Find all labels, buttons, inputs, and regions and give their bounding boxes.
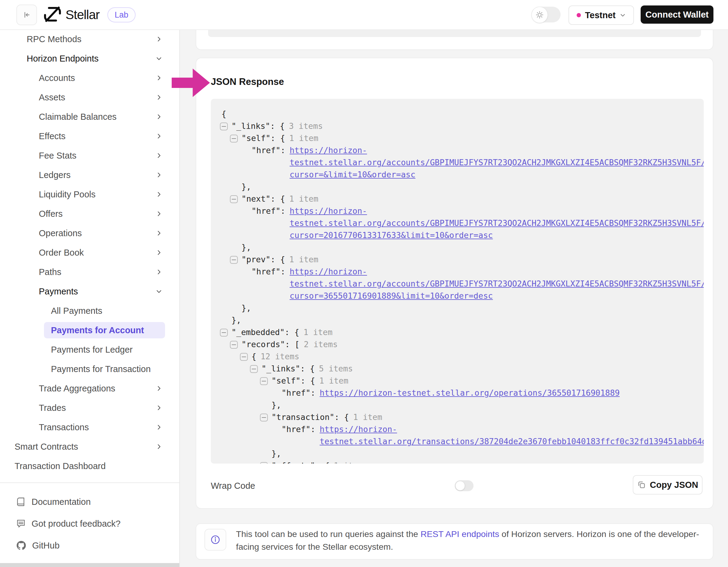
collapse-node-icon[interactable] [260,462,268,464]
sidebar-divider [0,482,179,483]
chevron-right-icon [156,94,162,101]
json-code-viewer[interactable]: {"_links": {3 items"self": {1 item"href"… [211,99,704,464]
sidebar-item-offers[interactable]: Offers [0,204,179,224]
json-href-link[interactable]: https://horizon- testnet.stellar.org/acc… [290,266,704,302]
sidebar-item-transactions[interactable]: Transactions [0,417,179,437]
chevron-right-icon [156,385,162,392]
sidebar-item-rpc-methods[interactable]: RPC Methods [0,29,179,49]
sidebar-item-paths[interactable]: Paths [0,262,179,282]
json-code-line: "_links": {3 items [211,120,704,132]
collapse-node-icon[interactable] [260,413,268,421]
chevron-right-icon [156,443,162,450]
json-punctuation: }, [241,302,251,314]
json-href-link[interactable]: https://horizon-testnet.stellar.org/oper… [320,387,620,399]
network-status-dot [577,13,581,17]
sidebar-item-smart-contracts[interactable]: Smart Contracts [0,437,179,456]
json-code-line: "transaction": {1 item [211,411,704,423]
collapse-node-icon[interactable] [220,123,228,130]
collapse-node-icon[interactable] [230,135,238,143]
json-punctuation: : { [300,363,315,375]
json-response-card: JSON Response {"_links": {3 items"self":… [196,58,713,509]
json-punctuation: : { [271,132,285,144]
rest-api-endpoints-link[interactable]: REST API endpoints [420,529,499,539]
collapse-node-icon[interactable] [230,341,238,349]
collapse-node-icon[interactable] [240,353,248,361]
sidebar-item-label: Claimable Balances [39,112,116,122]
sidebar-item-assets[interactable]: Assets [0,88,179,107]
connect-wallet-button[interactable]: Connect Wallet [641,5,713,24]
sidebar-item-label: Ledgers [39,170,71,180]
chevron-down-icon [620,12,626,18]
json-punctuation: : [281,266,285,278]
json-key: "_embedded" [231,326,285,338]
sidebar-item-label: Offers [39,209,62,219]
json-item-count: 1 item [289,254,319,266]
sidebar-item-payments-for-ledger[interactable]: Payments for Ledger [0,340,179,359]
sidebar-item-transaction-dashboard[interactable]: Transaction Dashboard [0,456,179,476]
sidebar-item-all-payments[interactable]: All Payments [0,301,179,320]
sidebar-item-label: Liquidity Pools [39,190,96,200]
sidebar-item-payments-for-transaction[interactable]: Payments for Transaction [0,359,179,379]
sidebar-item-horizon-endpoints[interactable]: Horizon Endpoints [0,49,179,68]
sidebar-footer-item-github[interactable]: GitHub [0,535,179,556]
network-label: Testnet [585,10,616,20]
sidebar-item-payments[interactable]: Payments [0,282,179,301]
collapse-node-icon[interactable] [260,377,268,385]
json-key: "next" [241,193,271,205]
sidebar-footer-item-got-product-feedback[interactable]: Got product feedback? [0,513,179,535]
json-href-link[interactable]: https://horizon- testnet.stellar.org/tra… [320,423,704,447]
json-code-line: "href":https://horizon- testnet.stellar.… [211,266,704,302]
collapse-sidebar-icon [22,10,31,19]
github-icon [16,540,27,551]
json-key: "href" [251,205,281,217]
chevron-right-icon [156,113,162,120]
json-item-count: 1 item [319,375,349,387]
sidebar-footer-item-documentation[interactable]: Documentation [0,491,179,513]
sidebar-item-liquidity-pools[interactable]: Liquidity Pools [0,185,179,204]
sidebar-item-label: Trade Aggregations [39,383,115,393]
json-key: "self" [271,375,301,387]
sidebar-footer-label: GitHub [32,541,59,551]
sidebar-item-claimable-balances[interactable]: Claimable Balances [0,107,179,127]
sidebar-item-operations[interactable]: Operations [0,224,179,243]
copy-json-button[interactable]: Copy JSON [633,475,703,494]
json-punctuation: : { [334,411,349,423]
app-header: Stellar Lab Testnet Connect Wallet [0,0,728,30]
json-code-lines: {"_links": {3 items"self": {1 item"href"… [211,108,704,464]
sidebar-footer-label: Got product feedback? [32,519,120,529]
sidebar-item-effects[interactable]: Effects [0,127,179,146]
json-key: "href" [281,423,311,435]
sidebar-item-accounts[interactable]: Accounts [0,68,179,88]
json-href-link[interactable]: https://horizon- testnet.stellar.org/acc… [290,205,704,241]
json-code-line: }, [211,241,704,254]
json-href-link[interactable]: https://horizon- testnet.stellar.org/acc… [290,144,704,181]
sidebar-item-label: Operations [39,228,82,238]
wrap-code-toggle[interactable] [455,480,474,491]
sidebar-item-ledgers[interactable]: Ledgers [0,165,179,185]
network-selector[interactable]: Testnet [568,5,634,25]
sidebar-item-trades[interactable]: Trades [0,398,179,417]
collapse-node-icon[interactable] [250,365,258,373]
json-code-line: {12 items [211,350,704,363]
theme-toggle[interactable] [531,7,561,22]
json-punctuation: }, [271,399,281,411]
info-icon [210,535,221,545]
copy-icon [637,480,646,489]
sidebar-item-payments-for-account[interactable]: Payments for Account [0,320,179,340]
copy-json-label: Copy JSON [650,480,698,490]
chat-icon [16,518,26,529]
collapse-node-icon[interactable] [220,329,228,336]
json-punctuation: : [ [285,338,300,350]
json-item-count: 2 items [304,338,338,350]
stellar-lab-app: Stellar Lab Testnet Connect Wallet RPC [0,0,728,567]
sidebar-nav: RPC MethodsHorizon EndpointsAccountsAsse… [0,29,180,567]
collapse-node-icon[interactable] [230,256,238,264]
sidebar-item-trade-aggregations[interactable]: Trade Aggregations [0,379,179,398]
sidebar-collapse-button[interactable] [16,5,37,25]
sidebar-item-fee-stats[interactable]: Fee Stats [0,146,179,165]
sidebar-item-label: Transactions [39,422,89,432]
sidebar-item-label: Payments for Ledger [51,345,133,355]
sidebar-item-order-book[interactable]: Order Book [0,243,179,262]
sidebar-item-label: Transaction Dashboard [15,461,106,471]
collapse-node-icon[interactable] [230,195,238,203]
